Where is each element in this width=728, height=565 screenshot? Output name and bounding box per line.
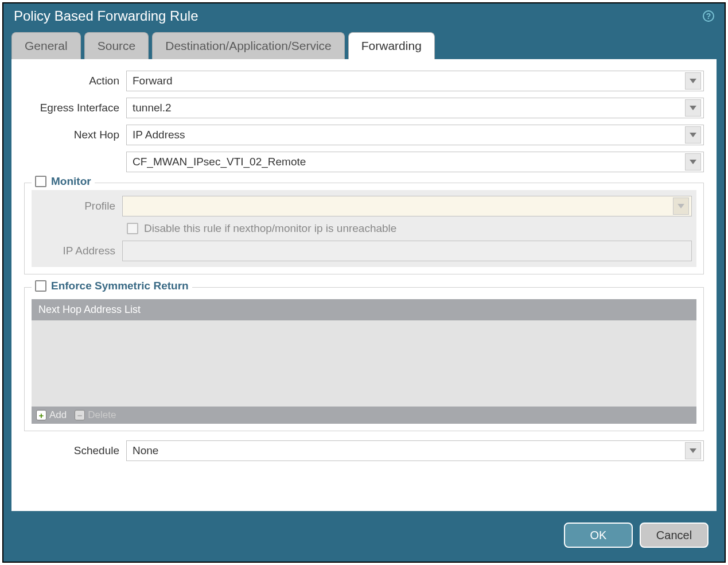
minus-icon: − bbox=[75, 410, 85, 420]
tab-general[interactable]: General bbox=[11, 32, 81, 59]
monitor-legend: Monitor bbox=[32, 175, 95, 188]
svg-marker-2 bbox=[690, 133, 696, 137]
symmetric-legend: Enforce Symmetric Return bbox=[32, 280, 192, 292]
symmetric-legend-text: Enforce Symmetric Return bbox=[51, 280, 189, 292]
profile-combo[interactable] bbox=[122, 196, 692, 216]
monitor-checkbox[interactable] bbox=[35, 176, 46, 187]
monitor-ip-input[interactable] bbox=[122, 241, 692, 261]
tab-destination[interactable]: Destination/Application/Service bbox=[152, 32, 345, 59]
disable-rule-text: Disable this rule if nexthop/monitor ip … bbox=[144, 222, 396, 235]
action-label: Action bbox=[24, 75, 126, 87]
row-egress: Egress Interface tunnel.2 bbox=[24, 98, 704, 118]
svg-marker-0 bbox=[690, 79, 696, 83]
schedule-label: Schedule bbox=[24, 444, 126, 457]
nexthop-list: Next Hop Address List + Add − Delete bbox=[32, 299, 696, 424]
tab-content: Action Forward Egress Interface tunnel.2… bbox=[11, 59, 717, 511]
chevron-down-icon[interactable] bbox=[685, 126, 701, 144]
row-disable-rule: Disable this rule if nexthop/monitor ip … bbox=[36, 222, 692, 235]
disable-rule-checkbox[interactable] bbox=[127, 223, 138, 234]
plus-icon: + bbox=[36, 410, 46, 420]
egress-combo[interactable]: tunnel.2 bbox=[126, 98, 704, 118]
chevron-down-icon[interactable] bbox=[673, 198, 689, 215]
action-combo[interactable]: Forward bbox=[126, 71, 704, 91]
monitor-fieldset: Monitor Profile Disable this rule if nex… bbox=[24, 183, 704, 274]
dialog-title: Policy Based Forwarding Rule bbox=[14, 8, 198, 24]
profile-label: Profile bbox=[36, 200, 122, 212]
nexthop-label: Next Hop bbox=[24, 129, 126, 141]
chevron-down-icon[interactable] bbox=[685, 72, 701, 90]
svg-marker-5 bbox=[690, 448, 696, 453]
nexthop-list-header: Next Hop Address List bbox=[32, 299, 696, 320]
row-nexthop: Next Hop IP Address bbox=[24, 125, 704, 145]
chevron-down-icon[interactable] bbox=[685, 442, 701, 459]
row-monitor-ip: IP Address bbox=[36, 241, 692, 261]
symmetric-checkbox[interactable] bbox=[35, 280, 46, 292]
tab-source[interactable]: Source bbox=[84, 32, 149, 59]
row-schedule: Schedule None bbox=[24, 440, 704, 461]
nexthop-addr-value: CF_MWAN_IPsec_VTI_02_Remote bbox=[133, 156, 306, 168]
egress-label: Egress Interface bbox=[24, 102, 126, 114]
cancel-button[interactable]: Cancel bbox=[640, 523, 708, 548]
nexthop-combo[interactable]: IP Address bbox=[126, 125, 704, 145]
svg-marker-3 bbox=[690, 160, 696, 164]
row-action: Action Forward bbox=[24, 71, 704, 91]
tab-forwarding[interactable]: Forwarding bbox=[348, 32, 435, 59]
action-value: Forward bbox=[133, 75, 173, 87]
delete-label: Delete bbox=[88, 409, 116, 421]
row-nexthop-addr: CF_MWAN_IPsec_VTI_02_Remote bbox=[24, 152, 704, 172]
nexthop-list-body[interactable] bbox=[32, 320, 696, 407]
nexthop-addr-combo[interactable]: CF_MWAN_IPsec_VTI_02_Remote bbox=[126, 152, 704, 172]
nexthop-list-toolbar: + Add − Delete bbox=[32, 407, 696, 424]
svg-marker-4 bbox=[678, 204, 684, 208]
add-label: Add bbox=[49, 409, 67, 421]
svg-marker-1 bbox=[690, 106, 696, 110]
schedule-combo[interactable]: None bbox=[126, 440, 704, 461]
help-icon[interactable]: ? bbox=[703, 10, 714, 22]
egress-value: tunnel.2 bbox=[133, 102, 172, 114]
add-button[interactable]: + Add bbox=[36, 409, 67, 421]
dialog-header: Policy Based Forwarding Rule ? bbox=[3, 3, 725, 32]
monitor-legend-text: Monitor bbox=[51, 175, 91, 188]
chevron-down-icon[interactable] bbox=[685, 153, 701, 171]
chevron-down-icon[interactable] bbox=[685, 99, 701, 117]
delete-button[interactable]: − Delete bbox=[75, 409, 116, 421]
schedule-value: None bbox=[133, 444, 158, 457]
dialog-footer: OK Cancel bbox=[3, 511, 725, 562]
dialog-window: Policy Based Forwarding Rule ? General S… bbox=[2, 2, 726, 563]
ok-button[interactable]: OK bbox=[564, 523, 633, 548]
row-profile: Profile bbox=[36, 196, 692, 216]
tab-strip: General Source Destination/Application/S… bbox=[11, 32, 717, 59]
monitor-body: Profile Disable this rule if nexthop/mon… bbox=[32, 190, 696, 267]
monitor-ip-label: IP Address bbox=[36, 245, 122, 257]
nexthop-value: IP Address bbox=[133, 129, 185, 141]
symmetric-fieldset: Enforce Symmetric Return Next Hop Addres… bbox=[24, 287, 704, 431]
